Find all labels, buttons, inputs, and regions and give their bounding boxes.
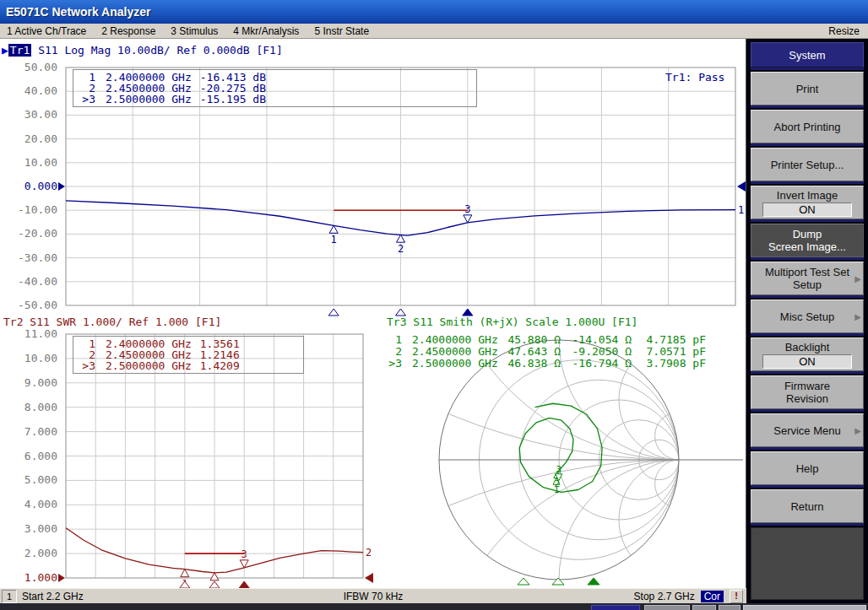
marker-cell: 3.7908 pF bbox=[632, 358, 706, 370]
tr3-stimulus-marker-1 bbox=[518, 578, 529, 585]
softkey-label: Firmware bbox=[784, 380, 830, 392]
tr1-marker-table: 12.4000000 GHz-16.413 dB22.4500000 GHz-2… bbox=[73, 69, 477, 107]
y-axis-label: -40.00 bbox=[3, 275, 57, 288]
softkey-label: Misc Setup bbox=[780, 310, 834, 323]
softkey-label-line2: Revision bbox=[786, 392, 828, 405]
svg-text:3: 3 bbox=[464, 203, 470, 215]
marker-cell: 2 bbox=[387, 346, 402, 358]
taskbar-item bbox=[719, 605, 741, 610]
y-axis-label: 10.00 bbox=[3, 156, 57, 169]
window-title: E5071C Network Analyzer bbox=[6, 5, 150, 19]
taskbar-item bbox=[692, 605, 716, 610]
softkey-printer-setup[interactable]: Printer Setup... bbox=[751, 148, 864, 181]
softkey-multiport-test-set[interactable]: Multiport Test SetSetup▶ bbox=[751, 262, 864, 295]
alert-button[interactable]: ! bbox=[730, 590, 743, 603]
svg-text:2: 2 bbox=[398, 243, 404, 255]
softkey-label: Dump bbox=[793, 228, 822, 240]
tr2-format-text: S11 SWR 1.000/ Ref 1.000 [F1] bbox=[23, 316, 221, 328]
marker-cell: >3 bbox=[73, 94, 95, 105]
tr3-header[interactable]: Tr3 S11 Smith (R+jX) Scale 1.000U [F1] bbox=[387, 316, 637, 328]
submenu-arrow-icon: ▶ bbox=[854, 274, 861, 283]
softkey-print[interactable]: Print bbox=[751, 72, 864, 105]
tr1-stimulus-marker-3 bbox=[463, 309, 473, 316]
softkey-sidebar: System PrintAbort PrintingPrinter Setup.… bbox=[746, 39, 868, 603]
softkey-label: Service Menu bbox=[773, 424, 840, 437]
softkey-return[interactable]: Return bbox=[751, 489, 864, 523]
softkey-menu-title: System bbox=[751, 42, 864, 67]
softkey-help[interactable]: Help bbox=[751, 451, 864, 485]
submenu-arrow-icon: ▶ bbox=[854, 312, 861, 321]
tr3-label: Tr3 bbox=[387, 316, 406, 328]
y-axis-label: -10.00 bbox=[3, 203, 57, 216]
menu-item-2-response[interactable]: 2 Response bbox=[101, 25, 155, 37]
y-axis-label: 20.00 bbox=[3, 132, 57, 145]
softkey-dump[interactable]: DumpScreen Image... bbox=[751, 224, 864, 257]
tr2-stimulus-marker-3 bbox=[239, 581, 249, 588]
marker-cell: 1.4209 bbox=[200, 360, 240, 371]
active-trace-arrow-icon: ▶ bbox=[2, 44, 8, 57]
y-axis-label: 40.00 bbox=[3, 84, 57, 97]
tr2-header[interactable]: Tr2 S11 SWR 1.000/ Ref 1.000 [F1] bbox=[3, 316, 221, 328]
svg-text:1: 1 bbox=[331, 234, 337, 246]
softkey-empty-area bbox=[751, 527, 864, 600]
softkey-state-value: ON bbox=[762, 202, 852, 217]
tr1-marker-1[interactable]: 1 bbox=[329, 225, 338, 246]
softkey-misc-setup[interactable]: Misc Setup▶ bbox=[751, 300, 864, 333]
softkey-label: Abort Printing bbox=[774, 121, 841, 133]
y-axis-label: 9.000 bbox=[3, 376, 57, 389]
tr3-marker-table: 12.4000000 GHz45.880 Ω-14.054 Ω4.7185 pF… bbox=[387, 334, 706, 370]
tr1-marker-3[interactable]: 3 bbox=[464, 203, 472, 223]
marker-cell: -15.195 dB bbox=[200, 94, 266, 105]
marker-row: 12.4000000 GHz45.880 Ω-14.054 Ω4.7185 pF bbox=[387, 334, 706, 346]
taskbar-clock-area bbox=[743, 605, 866, 610]
ifbw-label: IFBW 70 kHz bbox=[344, 591, 404, 602]
marker-row: 22.4500000 GHz47.643 Ω-9.2050 Ω7.0571 pF bbox=[387, 346, 706, 358]
tr3-stimulus-marker-3 bbox=[588, 578, 599, 585]
svg-text:3: 3 bbox=[556, 464, 561, 475]
marker-cell: 2.4500000 GHz bbox=[412, 346, 500, 358]
menu-item-1-active-ch-trace[interactable]: 1 Active Ch/Trace bbox=[7, 25, 86, 37]
softkey-label: Backlight bbox=[785, 341, 830, 354]
tr3-stimulus-marker-2 bbox=[552, 578, 564, 585]
y-axis-label: 50.00 bbox=[3, 61, 57, 73]
y-axis-label: 2.000 bbox=[3, 547, 57, 559]
softkey-invert-image[interactable]: Invert ImageON bbox=[751, 186, 864, 219]
tr2-marker-3[interactable]: 3 bbox=[240, 548, 248, 568]
start-frequency-label: Start 2.2 GHz bbox=[22, 591, 84, 602]
tr1-pass-badge: Tr1: Pass bbox=[665, 71, 724, 84]
marker-cell: 1 bbox=[387, 334, 402, 346]
y-axis-label: 11.00 bbox=[3, 327, 57, 340]
y-axis-label: 4.000 bbox=[3, 498, 57, 510]
softkey-firmware[interactable]: FirmwareRevision bbox=[751, 375, 864, 409]
tr1-format-text: S11 Log Mag 10.00dB/ Ref 0.000dB [F1] bbox=[31, 44, 282, 57]
menu-bar: 1 Active Ch/Trace2 Response3 Stimulus4 M… bbox=[0, 24, 868, 39]
y-axis-label: 1.000 bbox=[3, 571, 57, 584]
marker-row: >32.5000000 GHz46.838 Ω-16.794 Ω3.7908 p… bbox=[387, 358, 706, 370]
taskbar-item bbox=[591, 605, 640, 610]
marker-cell: 47.643 Ω bbox=[500, 346, 561, 358]
softkey-abort-printing[interactable]: Abort Printing bbox=[751, 110, 864, 143]
marker-cell: 2.5000000 GHz bbox=[106, 360, 192, 371]
charts-svg: 11232123123 bbox=[0, 39, 746, 588]
marker-cell: >3 bbox=[73, 360, 95, 371]
status-bar: 1 Start 2.2 GHz IFBW 70 kHz Stop 2.7 GHz… bbox=[0, 588, 746, 603]
y-axis-label: -50.00 bbox=[3, 299, 57, 311]
y-axis-label: -30.00 bbox=[3, 251, 57, 264]
softkey-label: Print bbox=[796, 83, 819, 95]
softkey-label: Help bbox=[796, 462, 819, 475]
resize-button[interactable]: Resize bbox=[828, 25, 868, 37]
tr1-header[interactable]: ▶Tr1 S11 Log Mag 10.00dB/ Ref 0.000dB [F… bbox=[2, 44, 283, 57]
softkey-label: Return bbox=[790, 500, 823, 513]
tr2-ref-level-arrow-left bbox=[58, 574, 65, 582]
tr1-marker-2[interactable]: 2 bbox=[397, 235, 405, 255]
tr1-stimulus-marker-1 bbox=[328, 309, 339, 316]
softkey-service-menu[interactable]: Service Menu▶ bbox=[751, 413, 864, 447]
tr1-ref-level-arrow-right bbox=[737, 181, 746, 192]
tr1-trace-number: 1 bbox=[738, 204, 744, 216]
menu-item-5-instr-state[interactable]: 5 Instr State bbox=[314, 25, 369, 37]
taskbar-strip bbox=[0, 603, 868, 610]
softkey-backlight[interactable]: BacklightON bbox=[751, 337, 864, 371]
menu-item-3-stimulus[interactable]: 3 Stimulus bbox=[171, 25, 218, 37]
menu-item-4-mkr-analysis[interactable]: 4 Mkr/Analysis bbox=[233, 25, 299, 37]
marker-cell: 45.880 Ω bbox=[500, 334, 561, 346]
